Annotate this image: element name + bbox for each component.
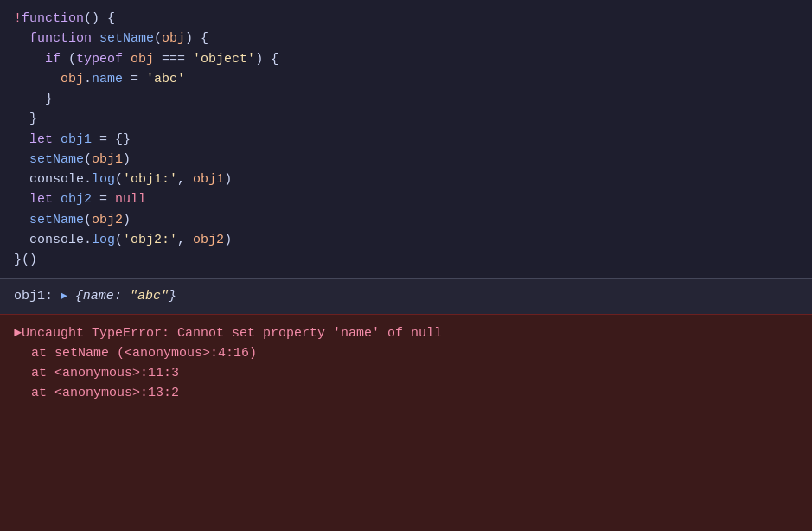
code-panel: !function() { function setName(obj) { if…: [0, 0, 812, 278]
code-line-12: console.log('obj2:', obj2): [14, 230, 798, 250]
error-trace-1: at setName (<anonymous>:4:16): [14, 343, 798, 363]
code-line-4: obj.name = 'abc': [14, 69, 798, 89]
error-main-text: Uncaught TypeError: Cannot set property …: [22, 326, 442, 341]
code-line-10: let obj2 = null: [14, 189, 798, 209]
output-panel: obj1: ► {name: "abc"}: [0, 278, 812, 313]
code-line-9: console.log('obj1:', obj1): [14, 170, 798, 189]
code-line-3: if (typeof obj === 'object') {: [14, 49, 798, 69]
error-trace-3-text: at <anonymous>:13:2: [31, 386, 179, 400]
error-panel: ►Uncaught TypeError: Cannot set property…: [0, 314, 812, 532]
code-line-1: !function() {: [14, 9, 798, 29]
code-line-2: function setName(obj) {: [14, 29, 798, 48]
error-trace-1-text: at setName (<anonymous>:4:16): [31, 346, 257, 361]
error-main: ►Uncaught TypeError: Cannot set property…: [14, 323, 798, 343]
error-trace-3: at <anonymous>:13:2: [14, 383, 798, 403]
output-line: obj1: ► {name: "abc"}: [14, 286, 798, 306]
error-trace-2: at <anonymous>:11:3: [14, 363, 798, 383]
error-trace-2-text: at <anonymous>:11:3: [31, 366, 179, 381]
code-line-11: setName(obj2): [14, 210, 798, 230]
code-line-8: setName(obj1): [14, 150, 798, 170]
code-line-6: }: [14, 109, 798, 129]
code-line-13: }(): [14, 250, 798, 270]
code-line-5: }: [14, 89, 798, 109]
code-line-7: let obj1 = {}: [14, 130, 798, 150]
